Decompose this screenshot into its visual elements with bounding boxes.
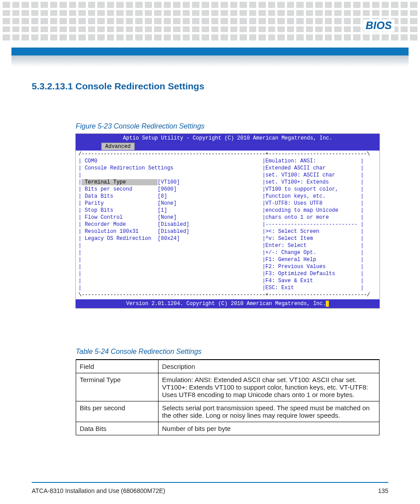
footer-page-number: 135 <box>378 487 388 494</box>
bios-tab-row: Advanced <box>76 143 379 151</box>
cell-desc: Emulation: ANSI: Extended ASCII char set… <box>158 373 379 401</box>
bios-titlebar: Aptio Setup Utility - Copyright (C) 2010… <box>76 134 379 143</box>
table-row: Terminal Type Emulation: ANSI: Extended … <box>76 373 379 401</box>
table-caption: Table 5-24 Console Redirection Settings <box>76 348 388 356</box>
header-rule <box>11 48 409 55</box>
footer-doc-title: ATCA-8310 Installation and Use (6806800M… <box>32 487 165 494</box>
cell-field: Data Bits <box>76 422 158 435</box>
bios-body: /---------------------------------------… <box>76 151 379 299</box>
footer-rule <box>32 482 388 483</box>
cell-desc: Number of bits per byte <box>158 422 379 435</box>
section-heading: 5.3.2.13.1 Console Redirection Settings <box>32 81 388 92</box>
bios-bottombar: Version 2.01.1204. Copyright (C) 2010 Am… <box>76 299 379 308</box>
figure-caption: Figure 5-23 Console Redirection Settings <box>76 122 388 130</box>
cell-desc: Selects serial port transmission speed. … <box>158 401 379 422</box>
bios-screenshot: Aptio Setup Utility - Copyright (C) 2010… <box>76 134 379 308</box>
table-row: Bits per second Selects serial port tran… <box>76 401 379 422</box>
settings-table: Field Description Terminal Type Emulatio… <box>76 359 379 435</box>
header-grid <box>0 0 420 40</box>
header-title: BIOS <box>363 19 394 32</box>
table-row: Data Bits Number of bits per byte <box>76 422 379 435</box>
bios-tab-advanced: Advanced <box>101 143 135 150</box>
table-header-row: Field Description <box>76 360 379 373</box>
cell-field: Terminal Type <box>76 373 158 401</box>
page-footer: ATCA-8310 Installation and Use (6806800M… <box>32 487 388 494</box>
col-description: Description <box>158 360 379 373</box>
cell-field: Bits per second <box>76 401 158 422</box>
col-field: Field <box>76 360 158 373</box>
